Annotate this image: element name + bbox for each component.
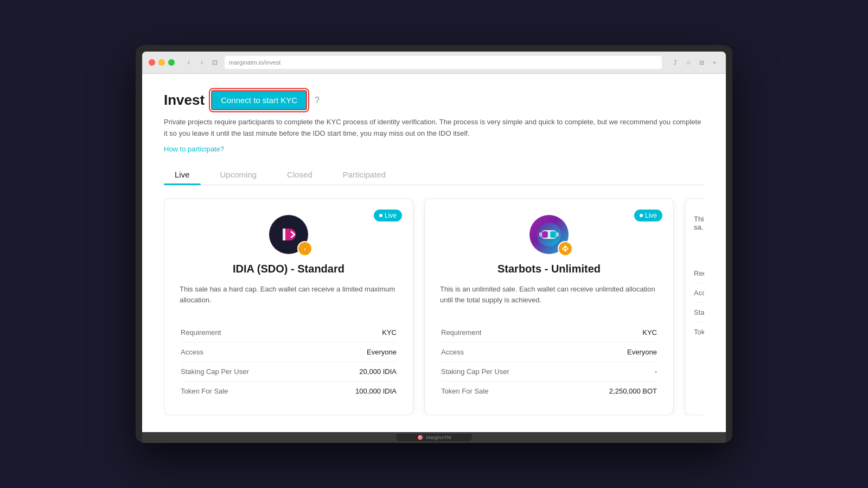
partial-requirement-label: Requir... xyxy=(694,264,704,283)
tab-live[interactable]: Live xyxy=(164,164,201,185)
starbots-staking-label: Staking Cap Per User xyxy=(441,367,509,376)
svg-rect-1 xyxy=(283,229,285,240)
starbots-token-label: Token For Sale xyxy=(441,387,488,395)
kyc-description: Private projects require participants to… xyxy=(164,117,704,140)
idia-requirement-label: Requirement xyxy=(181,328,221,337)
starbots-requirement-value: KYC xyxy=(642,328,657,337)
idia-access-label: Access xyxy=(181,348,203,356)
starbots-requirement-label: Requirement xyxy=(441,328,481,337)
browser-window: ‹ › ⊡ marginatm.io/invest ⤴ ☆ ⊟ + Invest… xyxy=(142,52,726,432)
laptop-bottom-bar: 🎯 MarginATM xyxy=(142,432,726,443)
starbots-logo-svg xyxy=(536,221,562,248)
starbots-token-row: Token For Sale 2,250,000 BOT xyxy=(441,382,657,401)
brand-logo-icon: 🎯 xyxy=(417,435,423,440)
idia-access-row: Access Everyone xyxy=(181,343,397,362)
browser-content: Invest Connect to start KYC ? Private pr… xyxy=(142,74,726,432)
tab-upcoming[interactable]: Upcoming xyxy=(209,164,268,185)
idia-token-label: Token For Sale xyxy=(181,387,228,395)
page-title: Invest xyxy=(164,92,205,109)
idia-requirement-value: KYC xyxy=(382,328,397,337)
idia-requirement-row: Requirement KYC xyxy=(181,323,397,343)
forward-button[interactable]: › xyxy=(196,57,207,68)
tabs-row: Live Upcoming Closed Participated xyxy=(164,164,704,185)
toolbar-icons: ⤴ ☆ ⊟ + xyxy=(671,58,719,67)
starbots-access-value: Everyone xyxy=(627,348,657,356)
svg-rect-10 xyxy=(539,232,541,237)
partial-card: This sa... Requir... Access Stakin... To… xyxy=(685,198,704,415)
svg-rect-11 xyxy=(557,232,559,237)
idia-logo-area: I xyxy=(180,215,398,254)
starbots-logo-area xyxy=(440,215,658,254)
browser-chrome: ‹ › ⊡ marginatm.io/invest ⤴ ☆ ⊟ + xyxy=(142,52,726,74)
chain-logo-svg: I xyxy=(299,243,310,254)
minimize-button-icon[interactable] xyxy=(158,59,165,66)
idia-logo-svg xyxy=(277,223,300,246)
page-header: Invest Connect to start KYC ? Private pr… xyxy=(164,90,704,154)
starbots-chain-badge xyxy=(558,241,573,256)
back-button[interactable]: ‹ xyxy=(183,57,194,68)
starbots-card[interactable]: Live xyxy=(424,198,674,415)
window-button[interactable]: ⊡ xyxy=(209,57,220,68)
tab-closed[interactable]: Closed xyxy=(276,164,323,185)
starbots-access-row: Access Everyone xyxy=(441,343,657,362)
starbots-token-value: 2,250,000 BOT xyxy=(609,387,657,395)
idia-chain-badge: I xyxy=(297,241,312,256)
starbots-card-title: Starbots - Unlimited xyxy=(440,263,658,275)
starbots-access-label: Access xyxy=(441,348,464,356)
tab-participated[interactable]: Participated xyxy=(332,164,397,185)
svg-rect-7 xyxy=(542,231,548,238)
idia-staking-row: Staking Cap Per User 20,000 IDIA xyxy=(181,362,397,382)
close-button-icon[interactable] xyxy=(149,59,155,66)
starbots-details-table: Requirement KYC Access Everyone Staking … xyxy=(440,322,658,402)
cards-container: Live xyxy=(164,198,704,415)
bookmark-icon[interactable]: ☆ xyxy=(684,58,693,67)
idia-staking-label: Staking Cap Per User xyxy=(181,367,249,376)
traffic-lights xyxy=(149,59,175,66)
kyc-help-icon[interactable]: ? xyxy=(315,96,320,105)
invest-title-row: Invest Connect to start KYC ? xyxy=(164,90,704,110)
kyc-connect-button[interactable]: Connect to start KYC xyxy=(211,90,307,110)
idia-card-description: This sale has a hard cap. Each wallet ca… xyxy=(180,284,398,311)
bnb-chain-svg xyxy=(560,243,571,254)
idia-details-table: Requirement KYC Access Everyone Staking … xyxy=(180,322,398,402)
idia-access-value: Everyone xyxy=(367,348,397,356)
laptop-shell: ‹ › ⊡ marginatm.io/invest ⤴ ☆ ⊟ + Invest… xyxy=(136,45,732,443)
brand-name: MarginATM xyxy=(426,435,451,440)
add-tab-icon[interactable]: + xyxy=(710,58,719,67)
svg-rect-9 xyxy=(548,233,550,236)
idia-token-row: Token For Sale 100,000 IDIA xyxy=(181,382,397,401)
url-display: marginatm.io/invest xyxy=(229,59,280,66)
starbots-requirement-row: Requirement KYC xyxy=(441,323,657,343)
svg-rect-8 xyxy=(550,231,556,238)
idia-card[interactable]: Live xyxy=(164,198,413,415)
idia-staking-value: 20,000 IDIA xyxy=(359,367,397,376)
idia-token-value: 100,000 IDIA xyxy=(355,387,397,395)
laptop-notch: 🎯 MarginATM xyxy=(396,434,472,441)
sidebar-icon[interactable]: ⊟ xyxy=(697,58,706,67)
partial-access-label: Access xyxy=(694,283,704,303)
fullscreen-button-icon[interactable] xyxy=(168,59,175,66)
svg-text:I: I xyxy=(304,247,305,252)
starbots-staking-value: - xyxy=(655,367,657,376)
idia-card-title: IDIA (SDO) - Standard xyxy=(180,263,398,275)
browser-nav-buttons: ‹ › ⊡ xyxy=(183,57,220,68)
partial-description: This sa... xyxy=(694,215,704,231)
partial-staking-label: Stakin... xyxy=(694,303,704,322)
address-bar[interactable]: marginatm.io/invest xyxy=(225,56,662,69)
how-to-participate-link[interactable]: How to participate? xyxy=(164,145,224,153)
share-icon[interactable]: ⤴ xyxy=(671,58,680,67)
partial-token-label: Token xyxy=(694,322,704,341)
starbots-card-description: This is an unlimited sale. Each wallet c… xyxy=(440,284,658,311)
starbots-staking-row: Staking Cap Per User - xyxy=(441,362,657,382)
